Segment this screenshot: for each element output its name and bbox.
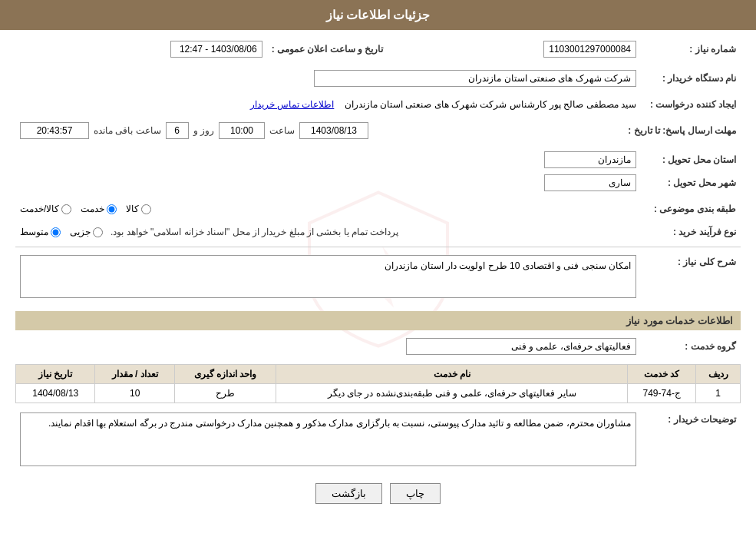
radio-khadamat-label: خدمت [81, 204, 104, 214]
mohlat-value: 20:43:57 ساعت باقی مانده 6 روز و 10:00 س… [15, 119, 623, 142]
farayand-value: متوسط جزیی پرداخت تمام یا بخشی از مبلغ خ… [15, 224, 641, 240]
shahr-input: ساری [544, 174, 636, 191]
col-vahed: واحد اندازه گیری [174, 365, 276, 384]
mohlat-row: 20:43:57 ساعت باقی مانده 6 روز و 10:00 س… [20, 122, 619, 139]
button-row: چاپ بازگشت [15, 483, 741, 504]
divider-1 [15, 247, 741, 247]
tazihaat-textarea[interactable] [20, 412, 636, 466]
ostan-value: مازندران [103, 148, 641, 171]
sharh-kolli-value: <span data-bind="fields.sharhKolli_value… [15, 252, 641, 303]
info-table-7: نوع فرآیند خرید : متوسط جزیی [15, 224, 741, 240]
shahr-label: شهر محل تحویل : [641, 171, 741, 194]
nam-dastgah-value: شرکت شهرک های صنعتی استان مازندران [15, 67, 641, 90]
radio-jozyi-input[interactable] [93, 227, 103, 237]
cell-nam: سایر فعالیتهای حرفه‌ای، علمی و فنی طبقه‌… [276, 384, 628, 403]
mohlat-remain-input: 20:43:57 [20, 122, 89, 139]
info-table-1: شماره نیاز : 1103001297000084 تاریخ و سا… [15, 38, 741, 61]
col-kod: کد خدمت [628, 365, 696, 384]
col-nam: نام خدمت [276, 365, 628, 384]
ostan-label: استان محل تحویل : [641, 148, 741, 171]
radio-kala: کالا [126, 204, 151, 214]
cell-tedad: 10 [95, 384, 174, 403]
tazihaat-label: توضیحات خریدار : [641, 409, 741, 472]
nam-dastgah-label: نام دستگاه خریدار : [641, 67, 741, 90]
farayand-radio-group: متوسط جزیی [20, 227, 103, 237]
mohlat-date-input: 1403/08/13 [299, 122, 368, 139]
group-khadamat-input: فعالیتهای حرفه‌ای، علمی و فنی [406, 338, 636, 355]
radio-khadamat: خدمت [81, 204, 117, 214]
radio-khadamat-input[interactable] [107, 204, 117, 214]
radio-kala-khadamat: کالا/خدمت [20, 204, 71, 214]
back-button[interactable]: بازگشت [315, 483, 382, 504]
info-table-tazihaat: توضیحات خریدار : [15, 409, 741, 472]
mohlat-saat-label: ساعت [269, 125, 295, 136]
info-table-group: گروه خدمت : فعالیتهای حرفه‌ای، علمی و فن… [15, 335, 741, 358]
sharh-kolli-label: شرح کلی نیاز : [641, 252, 741, 303]
farayand-note: پرداخت تمام یا بخشی از مبلغ خریدار از مح… [111, 227, 398, 237]
cell-tarikh: 1404/08/13 [16, 384, 95, 403]
cell-radif: 1 [696, 384, 741, 403]
tazihaat-value [15, 409, 641, 472]
main-content: شماره نیاز : 1103001297000084 تاریخ و سا… [0, 30, 756, 519]
info-table-4: مهلت ارسال پاسخ: تا تاریخ : 20:43:57 ساع… [15, 119, 741, 142]
radio-jozyi-label: جزیی [70, 227, 91, 237]
radio-kala-label: کالا [126, 204, 139, 214]
radio-jozyi: جزیی [70, 227, 103, 237]
cell-kod: ج-74-749 [628, 384, 696, 403]
info-table-5: استان محل تحویل : مازندران شهر محل تحویل… [15, 148, 741, 194]
radio-mottasat-input[interactable] [51, 227, 61, 237]
mohlat-rooz-input: 6 [166, 122, 189, 139]
tabaqe-radio-group: کالا/خدمت خدمت کالا [20, 204, 636, 214]
mohlat-rooz-label: روز و [193, 125, 214, 136]
mohlat-saat-input: 10:00 [219, 122, 265, 139]
tabaqe-label: طبقه بندی موضوعی : [641, 200, 741, 217]
tarikh-elan-label: تاریخ و ساعت اعلان عمومی : [267, 38, 388, 61]
shomare-niaz-value: 1103001297000084 [388, 38, 641, 61]
group-khadamat-value: فعالیتهای حرفه‌ای، علمی و فنی [15, 335, 641, 358]
ijaad-value: سید مصطفی صالح پور کارشناس شرکت شهرک های… [15, 96, 641, 113]
info-table-3: ایجاد کننده درخواست : سید مصطفی صالح پور… [15, 96, 741, 113]
tabaqe-value: کالا/خدمت خدمت کالا [15, 200, 641, 217]
radio-kala-khadamat-label: کالا/خدمت [20, 204, 59, 214]
col-tedad: تعداد / مقدار [95, 365, 174, 384]
ijaad-text: سید مصطفی صالح پور کارشناس شرکت شهرک های… [345, 99, 636, 110]
tarikh-elan-value: 1403/08/06 - 12:47 [15, 38, 267, 61]
services-table: ردیف کد خدمت نام خدمت واحد اندازه گیری ت… [15, 364, 741, 403]
col-tarikh: تاریخ نیاز [16, 365, 95, 384]
shomare-niaz-label: شماره نیاز : [641, 38, 741, 61]
info-table-6: طبقه بندی موضوعی : کالا/خدمت خدمت کالا [15, 200, 741, 217]
page-header: جزئیات اطلاعات نیاز [0, 0, 756, 30]
header-title: جزئیات اطلاعات نیاز [326, 8, 431, 22]
section-khadamat-title: اطلاعات خدمات مورد نیاز [15, 311, 741, 330]
farayand-label: نوع فرآیند خرید : [641, 224, 741, 240]
info-table-sharh: شرح کلی نیاز : <span data-bind="fields.s… [15, 252, 741, 303]
info-table-2: نام دستگاه خریدار : شرکت شهرک های صنعتی … [15, 67, 741, 90]
radio-mottasat-label: متوسط [20, 227, 48, 237]
radio-kala-khadamat-input[interactable] [61, 204, 71, 214]
shomare-niaz-input: 1103001297000084 [543, 41, 636, 58]
ijaad-label: ایجاد کننده درخواست : [641, 96, 741, 113]
col-radif: ردیف [696, 365, 741, 384]
nam-dastgah-input: شرکت شهرک های صنعتی استان مازندران [314, 70, 636, 87]
radio-kala-input[interactable] [141, 204, 151, 214]
cell-vahed: طرح [174, 384, 276, 403]
print-button[interactable]: چاپ [390, 483, 441, 504]
page-wrapper: جزئیات اطلاعات نیاز شماره نیاز : 1103001… [0, 0, 756, 540]
shahr-value: ساری [103, 171, 641, 194]
group-khadamat-label: گروه خدمت : [641, 335, 741, 358]
farayand-row: متوسط جزیی پرداخت تمام یا بخشی از مبلغ خ… [20, 227, 636, 237]
mohlat-label: مهلت ارسال پاسخ: تا تاریخ : [623, 119, 741, 142]
mohlat-remain-label: ساعت باقی مانده [94, 125, 161, 136]
tarikh-elan-input: 1403/08/06 - 12:47 [170, 41, 262, 58]
sharh-kolli-textarea[interactable]: <span data-bind="fields.sharhKolli_value… [20, 255, 636, 298]
ostan-input: مازندران [544, 151, 636, 168]
services-table-header: ردیف کد خدمت نام خدمت واحد اندازه گیری ت… [16, 365, 741, 384]
ijaad-contact-link[interactable]: اطلاعات تماس خریدار [250, 99, 335, 110]
radio-mottasat: متوسط [20, 227, 61, 237]
table-row: 1 ج-74-749 سایر فعالیتهای حرفه‌ای، علمی … [16, 384, 741, 403]
